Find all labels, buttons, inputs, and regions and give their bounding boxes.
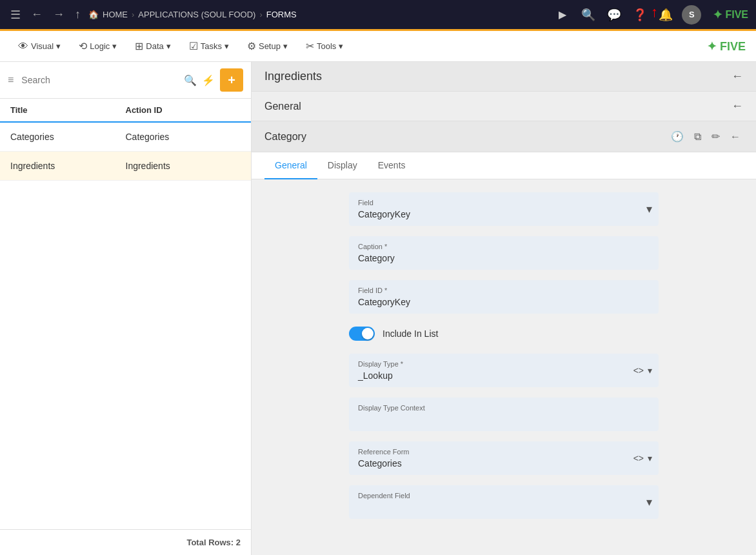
clock-icon[interactable]: 🕐 bbox=[668, 128, 686, 145]
dependent-field-field: Dependent Field ▾ bbox=[349, 485, 659, 519]
reference-form-field: Reference Form Categories <> ▾ bbox=[349, 441, 659, 475]
nav-item-setup[interactable]: ⚙ Setup ▾ bbox=[239, 36, 295, 56]
edit-icon[interactable]: ✏ bbox=[709, 128, 722, 145]
ingredients-back-button[interactable]: ← bbox=[731, 70, 743, 83]
form-center: Field CategoryKey ▾ Caption * Category F… bbox=[349, 192, 659, 519]
tab-general-label: General bbox=[275, 160, 307, 170]
left-sidebar: ≡ 🔍 ⚡ + Title Action ID Categories Categ… bbox=[0, 62, 252, 555]
display-type-context-value[interactable] bbox=[358, 414, 650, 425]
dependent-field-dropdown-icon[interactable]: ▾ bbox=[646, 495, 652, 509]
search-icon[interactable]: 🔍 bbox=[184, 74, 197, 86]
total-rows-label: Total Rows: 2 bbox=[186, 538, 241, 547]
nav-item-visual[interactable]: 👁 Visual ▾ bbox=[10, 37, 68, 56]
play-button[interactable] bbox=[553, 5, 572, 25]
row-title-1: Categories bbox=[10, 132, 126, 142]
nav-item-logic[interactable]: ⟲ Logic ▾ bbox=[71, 36, 124, 56]
display-type-value: _Lookup bbox=[358, 370, 650, 381]
field-id-field: Field ID * CategoryKey bbox=[349, 280, 659, 314]
field-field-value: CategoryKey bbox=[358, 209, 650, 219]
setup-dropdown-icon: ▾ bbox=[283, 41, 288, 51]
include-in-list-label: Include In List bbox=[383, 328, 438, 339]
breadcrumb-current[interactable]: FORMS bbox=[266, 10, 297, 19]
form-area: Field CategoryKey ▾ Caption * Category F… bbox=[252, 179, 756, 555]
tools-icon: ✂ bbox=[306, 40, 314, 52]
table-row[interactable]: Categories Categories bbox=[0, 123, 251, 152]
logo-text: FIVE bbox=[725, 9, 748, 21]
sidebar-footer: Total Rows: 2 bbox=[0, 529, 251, 555]
copy-icon[interactable]: ⧉ bbox=[691, 128, 704, 145]
tab-events-label: Events bbox=[378, 160, 406, 170]
data-dropdown-icon: ▾ bbox=[166, 41, 171, 51]
ingredients-panel-header: Ingredients ← bbox=[252, 62, 756, 92]
reference-form-value: Categories bbox=[358, 458, 650, 469]
chat-button[interactable]: 💬 bbox=[604, 5, 624, 25]
nav-item-tasks[interactable]: ☑ Tasks ▾ bbox=[181, 36, 237, 56]
up-icon[interactable]: ↑ bbox=[72, 5, 83, 24]
filter-icon[interactable]: ⚡ bbox=[202, 74, 215, 86]
logic-icon: ⟲ bbox=[79, 40, 87, 52]
reference-form-dropdown-icon[interactable]: ▾ bbox=[648, 453, 652, 463]
nav-item-tools[interactable]: ✂ Tools ▾ bbox=[298, 36, 351, 56]
five-logo: ✦ FIVE bbox=[713, 8, 748, 22]
home-icon: 🏠 bbox=[88, 10, 99, 19]
forward-icon[interactable]: → bbox=[50, 5, 67, 24]
caption-field-label: Caption * bbox=[358, 243, 650, 250]
display-type-context-field: Display Type Context bbox=[349, 398, 659, 431]
dependent-field-label: Dependent Field bbox=[358, 492, 650, 500]
category-actions: 🕐 ⧉ ✏ ← bbox=[668, 128, 743, 145]
sidebar-search-bar: ≡ 🔍 ⚡ + bbox=[0, 62, 251, 99]
breadcrumb-sep2: › bbox=[259, 10, 262, 19]
row-action-id-2: Ingredients bbox=[126, 161, 241, 171]
help-button[interactable]: ❓ bbox=[630, 5, 650, 25]
breadcrumb-home[interactable]: HOME bbox=[103, 10, 128, 19]
category-back-button[interactable]: ← bbox=[728, 128, 743, 145]
nav-item-data[interactable]: ⊞ Data ▾ bbox=[127, 36, 178, 56]
nav-label-logic: Logic bbox=[90, 41, 110, 51]
display-type-field: Display Type * _Lookup <> ▾ bbox=[349, 354, 659, 387]
category-title: Category bbox=[264, 131, 306, 143]
display-type-context-label: Display Type Context bbox=[358, 404, 650, 412]
add-button[interactable]: + bbox=[220, 68, 243, 92]
table-header: Title Action ID bbox=[0, 99, 251, 123]
code-icon[interactable]: <> bbox=[633, 365, 644, 376]
display-type-icons[interactable]: <> ▾ bbox=[633, 365, 652, 376]
general-back-button[interactable]: ← bbox=[731, 99, 743, 113]
data-icon: ⊞ bbox=[135, 40, 143, 52]
tabs-bar: General Display Events bbox=[252, 152, 756, 179]
reference-code-icon[interactable]: <> bbox=[633, 453, 644, 463]
notification-button[interactable]: 🔔 bbox=[656, 5, 675, 25]
column-title-header: Title bbox=[10, 105, 126, 115]
breadcrumb-sep1: › bbox=[132, 10, 134, 19]
search-button[interactable]: 🔍 bbox=[579, 5, 598, 25]
visual-icon: 👁 bbox=[18, 41, 28, 52]
logic-dropdown-icon: ▾ bbox=[112, 41, 117, 51]
field-id-label: Field ID * bbox=[358, 287, 650, 294]
logo-symbol: ✦ bbox=[713, 8, 722, 22]
dependent-field-value[interactable] bbox=[358, 502, 650, 512]
tools-dropdown-icon: ▾ bbox=[339, 41, 343, 51]
field-dropdown-icon[interactable]: ▾ bbox=[646, 202, 652, 216]
reference-form-label: Reference Form bbox=[358, 448, 650, 456]
breadcrumb-app[interactable]: APPLICATIONS (SOUL FOOD) bbox=[138, 10, 255, 19]
include-in-list-toggle[interactable] bbox=[349, 327, 375, 341]
visual-dropdown-icon: ▾ bbox=[56, 41, 61, 51]
tab-events[interactable]: Events bbox=[368, 152, 416, 179]
search-input[interactable] bbox=[21, 75, 179, 85]
back-icon[interactable]: ← bbox=[28, 5, 45, 24]
column-action-id-header: Action ID bbox=[126, 105, 241, 115]
reference-form-icons[interactable]: <> ▾ bbox=[633, 453, 652, 463]
nav-label-setup: Setup bbox=[259, 41, 281, 51]
table-row[interactable]: Ingredients Ingredients bbox=[0, 152, 251, 181]
tab-display[interactable]: Display bbox=[317, 152, 368, 179]
nav-label-tools: Tools bbox=[317, 41, 336, 51]
hamburger-icon[interactable]: ☰ bbox=[8, 5, 23, 25]
user-avatar[interactable]: S bbox=[682, 5, 701, 25]
main-content: Ingredients ← General ← Category 🕐 ⧉ ✏ ←… bbox=[252, 62, 756, 555]
caption-field-value[interactable]: Category bbox=[358, 253, 650, 263]
sidebar-hamburger-icon[interactable]: ≡ bbox=[8, 74, 14, 86]
display-type-dropdown-icon[interactable]: ▾ bbox=[648, 365, 652, 376]
tab-general[interactable]: General bbox=[264, 152, 317, 179]
row-title-2: Ingredients bbox=[10, 161, 126, 171]
field-id-value[interactable]: CategoryKey bbox=[358, 297, 650, 307]
setup-icon: ⚙ bbox=[247, 40, 256, 52]
